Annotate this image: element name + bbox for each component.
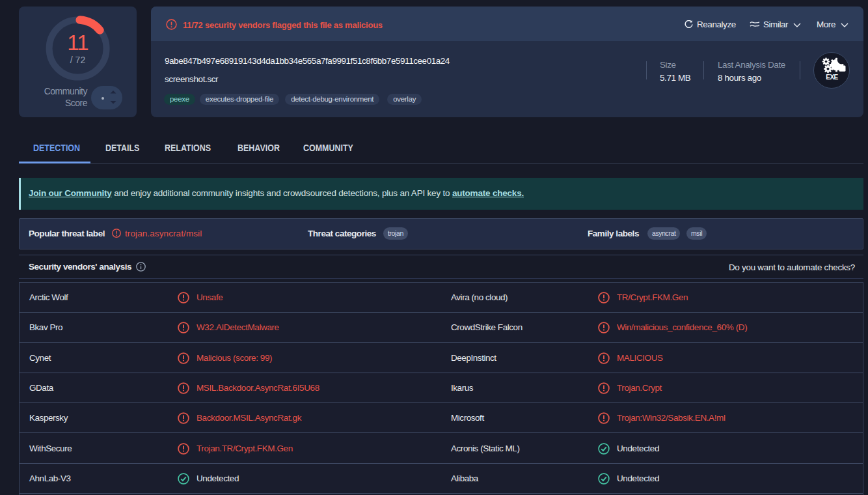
svg-text:EXE: EXE (826, 74, 838, 81)
